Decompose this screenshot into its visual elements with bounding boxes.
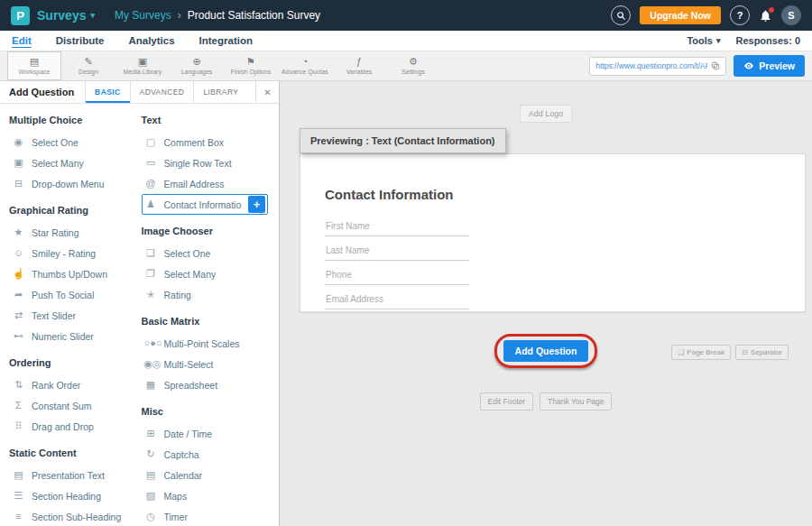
- breadcrumb-current-survey: Product Satisfaction Survey: [188, 9, 320, 22]
- question-type-contact-information[interactable]: ♟ Contact Information +: [142, 194, 269, 215]
- question-type-date-time[interactable]: ⊞ Date / Time: [142, 423, 269, 444]
- toolbar-item-variables[interactable]: ƒ Variables: [332, 51, 386, 80]
- toolbar-item-label: Design: [78, 69, 98, 75]
- question-type-timer[interactable]: ◷ Timer: [142, 506, 269, 526]
- question-section-heading: Misc: [142, 406, 269, 418]
- toolbar-item-languages[interactable]: ⊕ Languages: [170, 51, 224, 80]
- question-type-section-heading[interactable]: ☰ Section Heading: [9, 485, 136, 506]
- questionpro-logo[interactable]: P: [11, 6, 30, 25]
- question-type-label: Maps: [164, 491, 188, 502]
- question-type-presentation-text[interactable]: ▤ Presentation Text: [9, 465, 136, 485]
- toolbar-item-workspace[interactable]: ▤ Workspace: [7, 51, 61, 80]
- edit-footer-button[interactable]: Edit Footer: [480, 392, 534, 411]
- question-type-select-many[interactable]: ❐ Select Many: [142, 263, 269, 284]
- question-type-maps[interactable]: ▨ Maps: [142, 485, 269, 506]
- breadcrumb-separator-icon: ›: [178, 9, 181, 22]
- question-type-rank-order[interactable]: ⇅ Rank Order: [9, 374, 136, 395]
- page-break-button[interactable]: ❏ Page Break: [671, 345, 731, 360]
- question-type-select-one[interactable]: ❏ Select One: [142, 243, 269, 263]
- toolbar-item-finish-options[interactable]: ⚑ Finish Options: [224, 51, 278, 80]
- thumbs-icon: ☝: [12, 269, 25, 279]
- text-slider-icon: ⇄: [12, 310, 25, 320]
- question-type-label: Numeric Slider: [32, 331, 94, 342]
- search-icon: [616, 11, 626, 21]
- notifications-button[interactable]: [759, 9, 772, 23]
- toolbar-item-advance-quotas[interactable]: ◔ Advance Quotas: [278, 51, 332, 80]
- question-type-thumbs-up-down[interactable]: ☝ Thumbs Up/Down: [9, 263, 136, 284]
- question-type-push-to-social[interactable]: ➦ Push To Social: [9, 284, 136, 305]
- question-type-numeric-slider[interactable]: ⊷ Numeric Slider: [9, 326, 136, 346]
- question-type-multi-point-scales[interactable]: ○●○ Multi-Point Scales: [142, 333, 269, 354]
- preview-button[interactable]: Preview: [734, 55, 805, 77]
- nav-tab-distribute[interactable]: Distribute: [56, 35, 105, 46]
- chevron-down-icon: ▾: [90, 12, 95, 20]
- form-field-email-address[interactable]: Email Address: [325, 290, 469, 309]
- timer-icon: ◷: [144, 512, 158, 521]
- question-type-select-many[interactable]: ▣ Select Many: [9, 152, 136, 173]
- close-panel-button[interactable]: ✕: [255, 81, 279, 103]
- nav-tab-analytics[interactable]: Analytics: [128, 35, 174, 46]
- footer-tools: Edit Footer Thank You Page: [280, 392, 812, 411]
- upgrade-button[interactable]: Upgrade Now: [640, 6, 721, 24]
- advance-quotas-icon: ◔: [302, 57, 309, 67]
- form-field-last-name[interactable]: Last Name: [325, 241, 469, 261]
- thank-you-page-button[interactable]: Thank You Page: [540, 392, 612, 411]
- question-type-section: Misc ⊞ Date / Time ↻ Captcha: [142, 406, 269, 526]
- question-type-rating[interactable]: ✭ Rating: [142, 284, 269, 305]
- copy-icon[interactable]: [711, 61, 720, 70]
- form-field-phone[interactable]: Phone: [325, 265, 469, 285]
- separator-button[interactable]: ⊟ Separator: [735, 345, 789, 360]
- toolbar-item-design[interactable]: ✎ Design: [61, 51, 115, 80]
- product-label: Surveys: [37, 8, 86, 23]
- question-type-email-address[interactable]: @ Email Address: [142, 173, 269, 194]
- panel-tab-advanced[interactable]: ADVANCED: [130, 81, 194, 103]
- question-type-multi-select[interactable]: ◉◎ Multi-Select: [142, 354, 269, 374]
- question-section-heading: Basic Matrix: [142, 316, 269, 328]
- question-type-constant-sum[interactable]: Σ Constant Sum: [9, 395, 136, 416]
- survey-question-card[interactable]: Contact Information First Name Last Name…: [300, 153, 806, 312]
- question-type-drop-down-menu[interactable]: ⊟ Drop-down Menu: [9, 173, 136, 194]
- nav-right: Tools ▾ Responses: 0: [687, 35, 800, 46]
- topbar-actions: Upgrade Now ? S: [611, 5, 801, 25]
- form-field-first-name[interactable]: First Name: [325, 217, 469, 236]
- add-question-panel: Add Question BASICADVANCEDLIBRARY ✕ Mult…: [0, 81, 280, 526]
- help-button[interactable]: ?: [730, 5, 750, 25]
- question-type-drag-and-drop[interactable]: ⠿ Drag and Drop: [9, 416, 136, 437]
- question-type-captcha[interactable]: ↻ Captcha: [142, 444, 269, 465]
- question-type-label: Rating: [164, 290, 191, 300]
- surveys-product-menu[interactable]: Surveys ▾: [37, 8, 95, 23]
- question-type-label: Section Heading: [32, 491, 101, 502]
- responses-count[interactable]: Responses: 0: [735, 35, 800, 46]
- breadcrumb-my-surveys[interactable]: My Surveys: [115, 9, 171, 22]
- add-question-type-button[interactable]: +: [248, 196, 265, 213]
- toolbar-item-media-library[interactable]: ▣ Media Library: [115, 51, 170, 80]
- nav-tab-edit[interactable]: Edit: [12, 35, 32, 46]
- question-type-calendar[interactable]: ▤ Calendar: [142, 465, 269, 485]
- add-question-button[interactable]: Add Question: [503, 340, 589, 362]
- question-section-heading: Static Content: [9, 448, 136, 459]
- toolbar-item-settings[interactable]: ⚙ Settings: [386, 51, 440, 80]
- add-logo-button[interactable]: Add Logo: [520, 105, 573, 123]
- question-type-smiley-rating[interactable]: ☺ Smiley - Rating: [9, 243, 136, 263]
- question-type-comment-box[interactable]: ▢ Comment Box: [142, 132, 269, 152]
- nav-tab-integration[interactable]: Integration: [199, 35, 253, 46]
- multi-select-icon: ◉◎: [144, 359, 158, 369]
- question-type-section-sub-heading[interactable]: ≡ Section Sub-Heading: [9, 506, 136, 526]
- question-type-label: Multi-Select: [164, 359, 214, 370]
- panel-tab-basic[interactable]: BASIC: [85, 81, 129, 103]
- preview-label: Preview: [759, 60, 795, 71]
- question-type-text-slider[interactable]: ⇄ Text Slider: [9, 305, 136, 326]
- question-type-select-one[interactable]: ◉ Select One: [9, 132, 136, 152]
- star-icon: ★: [12, 227, 25, 237]
- panel-tab-library[interactable]: LIBRARY: [193, 81, 247, 103]
- avatar-letter: S: [788, 10, 794, 21]
- tools-menu[interactable]: Tools ▾: [687, 35, 720, 46]
- maps-icon: ▨: [144, 491, 158, 501]
- survey-url-field[interactable]: https://www.questionpro.com/t/AP53kZgUI: [589, 57, 726, 76]
- account-avatar[interactable]: S: [781, 5, 801, 25]
- search-button[interactable]: [611, 5, 631, 25]
- question-type-single-row-text[interactable]: ▭ Single Row Text: [142, 152, 269, 173]
- person-icon: ♟: [144, 199, 158, 209]
- question-type-star-rating[interactable]: ★ Star Rating: [9, 222, 136, 243]
- question-type-spreadsheet[interactable]: ▦ Spreadsheet: [142, 374, 269, 395]
